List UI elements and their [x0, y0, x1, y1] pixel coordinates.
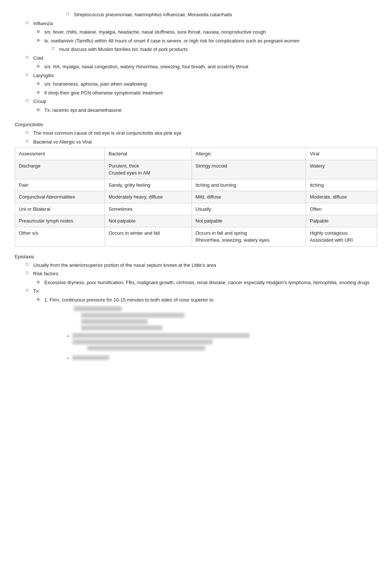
epistaxis-heading: Epistaxis [15, 254, 377, 259]
col-allergic: Allergic [192, 148, 306, 160]
bullet-icon: □ [66, 11, 72, 16]
conjunctivitis-heading: Conjunctivitis [15, 122, 377, 127]
conjunctivitis-section: Conjunctivitis □ The most common cause o… [15, 122, 377, 246]
row-pre-allergic: Not palpable [192, 215, 306, 227]
bullet-o-icon: o [37, 28, 42, 34]
redacted-content: ● ● [66, 306, 377, 362]
row-conjunctival-viral: Moderate, diffuse [306, 191, 377, 203]
epistaxis-b2-text: Risk factors [33, 270, 377, 277]
influenza-ss-text: s/s: fever, chills, malaise, myalgia, he… [44, 28, 377, 36]
croup-tx-text: Tx: racemic epi and dexamethasone [44, 107, 377, 114]
row-discharge-label: Discharge [15, 160, 105, 179]
cold-ss: o s/s: HA, myalgia, nasal congestion, wa… [37, 63, 377, 70]
laryngitis-item: □ Laryngitis [26, 72, 377, 79]
influenza-label: Influenza [33, 20, 377, 27]
influenza-muslim-text: must discuss with Muslim families b/c ma… [59, 46, 377, 53]
row-pre-bacterial: Not palpable [105, 215, 192, 227]
cold-item: □ Cold [26, 55, 377, 62]
bullet-icon: □ [26, 20, 31, 25]
bullet-o-icon: o [37, 279, 42, 284]
bullet-icon: □ [26, 262, 31, 267]
row-other-allergic: Occurs in fall and springRhinorrhea, sne… [192, 227, 306, 246]
bullet-o-icon: o [37, 63, 42, 69]
influenza-tx-text: tx: oseltamivir (Tamiflu) within 48 hour… [44, 37, 377, 45]
epistaxis-bullet1: □ Usually from the anteriorsuperior port… [26, 262, 377, 269]
row-uni-viral: Often [306, 203, 377, 215]
conjunctivitis-b2-text: Bacterial vs Allergic vs Viral [33, 138, 377, 146]
row-pain-allergic: Itching and burning [192, 179, 306, 191]
cold-ss-text: s/s: HA, myalgia, nasal congestion, wate… [44, 63, 377, 70]
bullet-icon: □ [26, 287, 31, 293]
bullet-o-icon: o [37, 37, 42, 43]
table-row: Uni or Bilateral Sometimes Usually Often [15, 203, 377, 215]
streptococcus-text: Streptococcus pneumoniae, haemophilus in… [74, 11, 377, 18]
row-pre-viral: Palpable [306, 215, 377, 227]
epistaxis-tx-text: Tx: [33, 287, 377, 295]
row-other-viral: Highly contagiousAssociated with URI [306, 227, 377, 246]
row-pre-label: Preauricular lymph nodes [15, 215, 105, 227]
row-conjunctival-label: Conjunctival Abnormalities [15, 191, 105, 203]
laryngitis-label: Laryngitis [33, 72, 377, 79]
table-row: Preauricular lymph nodes Not palpable No… [15, 215, 377, 227]
epistaxis-bullet2: □ Risk factors [26, 270, 377, 277]
cold-label: Cold [33, 55, 377, 62]
row-pain-viral: itching [306, 179, 377, 191]
laryngitis-tx: o if strep then give PCN otherwise sympt… [37, 89, 377, 97]
bullet-icon: □ [52, 46, 57, 51]
row-discharge-bacterial: Purulent, thickCrusted eyes in AM [105, 160, 192, 179]
table-header-row: Assessment Bacterial Allergic Viral [15, 148, 377, 160]
laryngitis-ss: o s/s: hoarseness, aphonia, pain when sw… [37, 80, 377, 88]
bullet-icon: □ [26, 270, 31, 275]
epistaxis-tx-item: o 1. Firm, continuous pressure for 10-15… [37, 296, 377, 304]
laryngitis-tx-text: if strep then give PCN otherwise symptom… [44, 89, 377, 97]
table-row: Pain Sandy, gritty feeling Itching and b… [15, 179, 377, 191]
streptococcus-item: □ Streptococcus pneumoniae, haemophilus … [66, 11, 377, 18]
col-assessment: Assessment [15, 148, 105, 160]
conjunctivitis-table: Assessment Bacterial Allergic Viral Disc… [15, 148, 377, 246]
epistaxis-risk-item: o Excessive dryness, poor humification, … [37, 279, 377, 286]
row-pain-label: Pain [15, 179, 105, 191]
col-bacterial: Bacterial [105, 148, 192, 160]
row-discharge-viral: Watery [306, 160, 377, 179]
conjunctivitis-b1-text: The most common cause of red eye is vira… [33, 130, 377, 137]
row-discharge-allergic: Stringy mucoid [192, 160, 306, 179]
influenza-ss: o s/s: fever, chills, malaise, myalgia, … [37, 28, 377, 36]
table-row: Conjunctival Abnormalities Moderately he… [15, 191, 377, 203]
conjunctivitis-bullet2: □ Bacterial vs Allergic vs Viral [26, 138, 377, 146]
row-uni-label: Uni or Bilateral [15, 203, 105, 215]
laryngitis-ss-text: s/s: hoarseness, aphonia, pain when swal… [44, 80, 377, 88]
croup-tx: o Tx: racemic epi and dexamethasone [37, 107, 377, 114]
bullet-o-icon: o [37, 89, 42, 95]
bullet-o-icon: o [37, 107, 42, 112]
bullet-o-icon: o [37, 296, 42, 302]
epistaxis-b1-text: Usually from the anteriorsuperior portio… [33, 262, 377, 269]
row-other-bacterial: Occurs in winter and fall [105, 227, 192, 246]
bullet-icon: □ [26, 72, 31, 77]
table-row: Discharge Purulent, thickCrusted eyes in… [15, 160, 377, 179]
bullet-icon: □ [26, 138, 31, 144]
col-viral: Viral [306, 148, 377, 160]
epistaxis-section: Epistaxis □ Usually from the anteriorsup… [15, 254, 377, 362]
epistaxis-risk-text: Excessive dryness, poor humification, FB… [44, 279, 377, 286]
conjunctivitis-bullet1: □ The most common cause of red eye is vi… [26, 130, 377, 137]
row-conjunctival-bacterial: Moderately heavy, diffuse [105, 191, 192, 203]
epistaxis-tx-item-text: 1. Firm, continuous pressure for 10-15 m… [44, 296, 377, 304]
epistaxis-tx-label: □ Tx: [26, 287, 377, 295]
bullet-icon: □ [26, 55, 31, 60]
bullet-icon: □ [26, 98, 31, 103]
influenza-item: □ Influenza [26, 20, 377, 27]
row-uni-bacterial: Sometimes [105, 203, 192, 215]
bullet-icon: □ [26, 130, 31, 135]
row-conjunctival-allergic: Mild, diffuse [192, 191, 306, 203]
table-row: Other s/s Occurs in winter and fall Occu… [15, 227, 377, 246]
row-uni-allergic: Usually [192, 203, 306, 215]
row-pain-bacterial: Sandy, gritty feeling [105, 179, 192, 191]
row-other-label: Other s/s [15, 227, 105, 246]
influenza-tx: o tx: oseltamivir (Tamiflu) within 48 ho… [37, 37, 377, 45]
croup-item: □ Croup [26, 98, 377, 105]
influenza-muslim: □ must discuss with Muslim families b/c … [52, 46, 377, 53]
bullet-o-icon: o [37, 80, 42, 86]
croup-label: Croup [33, 98, 377, 105]
